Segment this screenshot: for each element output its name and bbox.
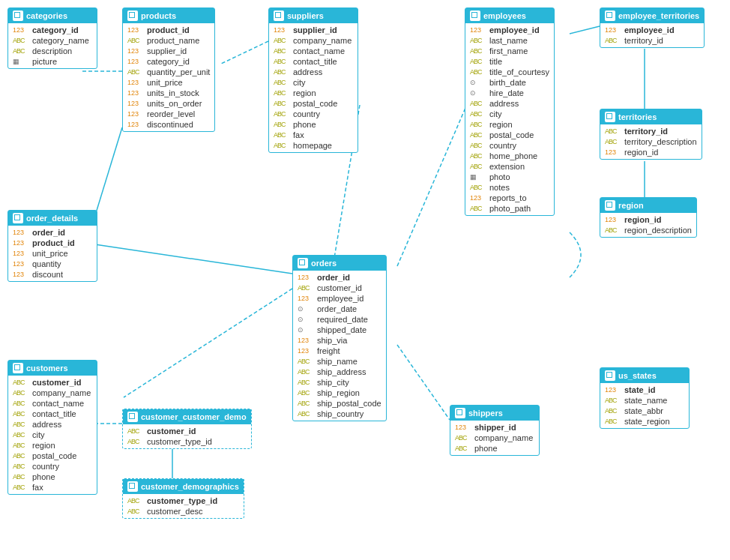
field-icon-region: ABC	[470, 121, 486, 128]
table-icon-customer_customer_demo	[127, 412, 138, 422]
table-title-shippers: shippers	[468, 409, 503, 418]
field-row-reports_to: 123reports_to	[465, 193, 554, 203]
field-name-state_name: state_name	[624, 396, 667, 405]
field-row-unit_price: 123unit_price	[123, 77, 214, 88]
field-name-contact_title: contact_title	[32, 409, 76, 418]
field-name-product_id: product_id	[32, 238, 75, 247]
field-row-ship_name: ABCship_name	[293, 356, 386, 367]
field-icon-category_id: 123	[13, 26, 29, 34]
table-header-suppliers: suppliers	[269, 8, 358, 23]
field-row-region: ABCregion	[269, 88, 358, 98]
field-name-postal_code: postal_code	[32, 451, 76, 460]
field-name-phone: phone	[293, 120, 316, 129]
field-icon-discontinued: 123	[127, 121, 144, 128]
field-row-photo_path: ABCphoto_path	[465, 203, 554, 214]
field-name-homepage: homepage	[293, 141, 332, 150]
field-name-discontinued: discontinued	[147, 120, 193, 129]
field-icon-ship_name: ABC	[298, 358, 314, 365]
field-icon-ship_region: ABC	[298, 389, 314, 397]
field-icon-title: ABC	[470, 58, 486, 65]
field-name-title_of_courtesy: title_of_courtesy	[489, 67, 549, 76]
field-name-ship_region: ship_region	[317, 388, 360, 397]
field-row-product_id: 123product_id	[123, 25, 214, 35]
field-name-employee_id: employee_id	[317, 294, 364, 303]
field-icon-address: ABC	[470, 100, 486, 107]
field-icon-required_date: ⊙	[298, 316, 314, 323]
field-row-fax: ABCfax	[8, 482, 97, 493]
table-title-customers: customers	[26, 364, 68, 373]
field-row-state_id: 123state_id	[600, 385, 689, 395]
field-icon-postal_code: ABC	[274, 100, 290, 107]
field-name-ship_via: ship_via	[317, 336, 347, 345]
field-row-description: ABCdescription	[8, 46, 97, 56]
field-row-region_id: 123region_id	[600, 214, 696, 225]
table-title-customer_customer_demo: customer_customer_demo	[141, 412, 247, 421]
field-row-employee_id: 123employee_id	[465, 25, 554, 35]
field-name-category_name: category_name	[32, 36, 89, 45]
field-name-category_id: category_id	[147, 57, 190, 66]
field-name-required_date: required_date	[317, 315, 368, 324]
field-icon-unit_price: 123	[13, 250, 29, 257]
field-name-fax: fax	[293, 130, 304, 139]
field-name-state_id: state_id	[624, 385, 656, 394]
field-name-product_name: product_name	[147, 36, 199, 45]
field-row-reorder_level: 123reorder_level	[123, 109, 214, 119]
field-icon-product_id: 123	[127, 26, 144, 34]
field-row-order_id: 123order_id	[8, 227, 97, 238]
field-name-unit_price: unit_price	[32, 249, 68, 258]
table-icon-us_states	[605, 370, 615, 381]
field-name-shipped_date: shipped_date	[317, 325, 366, 334]
field-icon-contact_name: ABC	[13, 400, 29, 407]
field-name-supplier_id: supplier_id	[147, 46, 187, 55]
field-name-first_name: first_name	[489, 46, 528, 55]
field-row-city: ABCcity	[269, 77, 358, 88]
table-header-products: products	[123, 8, 214, 23]
field-name-postal_code: postal_code	[293, 99, 337, 108]
field-name-birth_date: birth_date	[489, 78, 526, 87]
field-icon-contact_title: ABC	[274, 58, 290, 65]
field-icon-reorder_level: 123	[127, 110, 144, 118]
field-row-country: ABCcountry	[8, 461, 97, 472]
table-categories: categories123category_idABCcategory_name…	[7, 7, 97, 69]
field-name-home_phone: home_phone	[489, 151, 537, 160]
field-row-units_on_order: 123units_on_order	[123, 98, 214, 109]
table-icon-shippers	[455, 408, 465, 418]
field-icon-postal_code: ABC	[470, 131, 486, 139]
table-us_states: us_states123state_idABCstate_nameABCstat…	[600, 367, 690, 429]
field-name-company_name: company_name	[293, 36, 352, 45]
field-row-supplier_id: 123supplier_id	[269, 25, 358, 35]
field-row-units_in_stock: 123units_in_stock	[123, 88, 214, 98]
field-name-city: city	[32, 430, 45, 439]
field-icon-state_id: 123	[605, 386, 621, 394]
field-row-home_phone: ABChome_phone	[465, 151, 554, 161]
field-row-title_of_courtesy: ABCtitle_of_courtesy	[465, 67, 554, 77]
table-order_details: order_details123order_id123product_id123…	[7, 210, 97, 282]
field-row-shipper_id: 123shipper_id	[450, 422, 539, 433]
table-region: region123region_idABCregion_description	[600, 197, 697, 238]
field-row-extension: ABCextension	[465, 161, 554, 172]
table-icon-customer_demographics	[127, 481, 138, 492]
field-icon-company_name: ABC	[274, 37, 290, 44]
field-icon-ship_via: 123	[298, 337, 314, 344]
field-name-region: region	[293, 88, 316, 97]
field-icon-quantity_per_unit: ABC	[127, 68, 144, 76]
svg-line-4	[124, 289, 292, 397]
field-name-contact_name: contact_name	[293, 46, 345, 55]
field-name-phone: phone	[32, 472, 55, 481]
field-name-extension: extension	[489, 162, 525, 171]
field-name-country: country	[293, 109, 320, 118]
field-row-region_description: ABCregion_description	[600, 225, 696, 235]
field-name-category_id: category_id	[32, 25, 79, 34]
field-name-hire_date: hire_date	[489, 88, 524, 97]
field-icon-order_date: ⊙	[298, 305, 314, 313]
field-row-postal_code: ABCpostal_code	[269, 98, 358, 109]
field-icon-quantity: 123	[13, 260, 29, 268]
field-row-last_name: ABClast_name	[465, 35, 554, 46]
table-icon-products	[127, 10, 138, 21]
table-header-order_details: order_details	[8, 211, 97, 226]
field-icon-picture: ▦	[13, 58, 29, 65]
table-header-shippers: shippers	[450, 406, 539, 421]
field-name-unit_price: unit_price	[147, 78, 183, 87]
field-name-photo: photo	[489, 172, 510, 181]
field-row-unit_price: 123unit_price	[8, 248, 97, 259]
